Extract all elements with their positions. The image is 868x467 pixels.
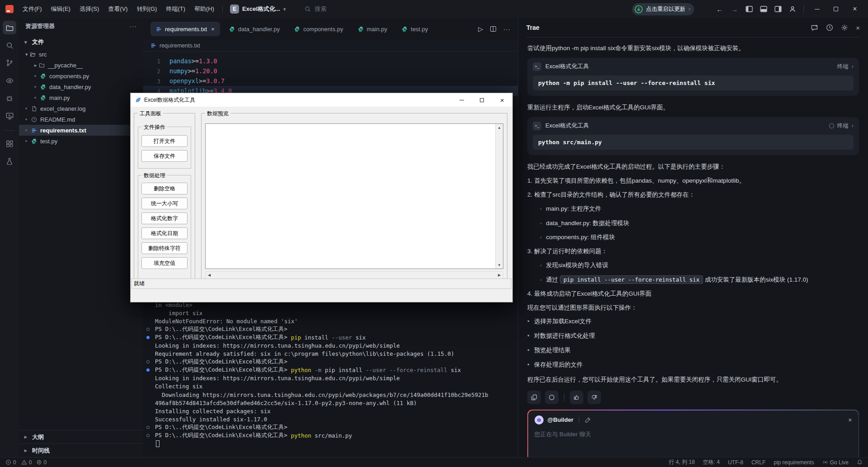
menu-item-4[interactable]: 转到(G): [132, 0, 162, 18]
editor-content[interactable]: 1pandas>=1.3.02numpy>=1.20.03openpyxl>=3…: [143, 52, 518, 96]
dialog-统一大小写-button[interactable]: 统一大小写: [141, 198, 188, 209]
menu-item-2[interactable]: 选择(S): [75, 0, 103, 18]
debug-icon[interactable]: [3, 91, 16, 105]
scroll-left-icon[interactable]: ◀: [206, 272, 213, 278]
menu-item-6[interactable]: 帮助(H): [190, 0, 219, 18]
files-section-header[interactable]: ▾ 文件: [19, 34, 143, 49]
explorer-more-actions-button[interactable]: ···: [129, 23, 137, 30]
restart-update-button[interactable]: 点击重启以更新 ›: [632, 3, 694, 15]
dialog-maximize-button[interactable]: [472, 93, 492, 107]
status-pip requirements[interactable]: pip requirements: [774, 459, 814, 466]
tab-close-icon[interactable]: ×: [211, 26, 215, 33]
scroll-right-icon[interactable]: ▶: [496, 272, 503, 278]
status-CRLF[interactable]: CRLF: [751, 459, 765, 466]
thumbs-down-button[interactable]: [587, 391, 601, 404]
terminal-monitor-icon[interactable]: [3, 109, 16, 123]
vertical-scrollbar[interactable]: ▲ ▼: [495, 124, 503, 269]
search-icon[interactable]: [3, 38, 16, 52]
copy-button[interactable]: [527, 391, 541, 404]
breadcrumb[interactable]: requirements.txt: [143, 40, 518, 52]
toggle-bottom-panel-button[interactable]: [760, 6, 767, 12]
lab-icon[interactable]: [3, 155, 16, 168]
status-error[interactable]: 0: [5, 459, 16, 466]
tree-item-src[interactable]: ▾src: [19, 49, 143, 60]
editor-more-actions-button[interactable]: ···: [503, 26, 511, 33]
source-control-icon[interactable]: [3, 56, 16, 70]
tree-item-main.py[interactable]: main.py: [19, 92, 143, 103]
thumbs-up-button[interactable]: [570, 391, 583, 404]
chat-input-box[interactable]: @Builder × 您正在与 Builder 聊天 @智能体#上下文图片 A\…: [527, 410, 859, 457]
back-button[interactable]: ←: [712, 5, 727, 13]
tree-item-README.md[interactable]: ?README.md: [19, 114, 143, 125]
svg-text:?: ?: [33, 118, 35, 121]
tab-data_handler.py[interactable]: data_handler.py: [224, 22, 286, 36]
review-icon[interactable]: [3, 74, 16, 87]
status-Go Live[interactable]: Go Live: [822, 459, 849, 466]
scroll-up-icon[interactable]: ▲: [496, 124, 503, 131]
inline-code: pip install --user --force-reinstall six: [560, 275, 703, 284]
status-行 4, 列 18[interactable]: 行 4, 列 18: [669, 458, 694, 466]
tab-test.py[interactable]: test.py: [396, 22, 433, 36]
tree-item-__pycache__[interactable]: ▸__pycache__: [19, 60, 143, 71]
explorer-icon[interactable]: [3, 21, 16, 34]
section-大纲[interactable]: ▸大纲: [19, 430, 143, 443]
modified-dot: [34, 97, 36, 99]
account-icon[interactable]: [789, 5, 796, 13]
run-file-button[interactable]: ▷: [478, 25, 483, 33]
extensions-icon[interactable]: [3, 137, 16, 151]
menu-item-5[interactable]: 终端(T): [161, 0, 190, 18]
data-preview-area[interactable]: ▲ ▼: [205, 123, 503, 269]
scroll-down-icon[interactable]: ▼: [496, 261, 503, 269]
section-时间线[interactable]: ▸时间线: [19, 443, 143, 457]
settings-gear-icon[interactable]: [841, 24, 848, 31]
toggle-left-sidebar-button[interactable]: [746, 6, 753, 12]
menu-item-1[interactable]: 编辑(E): [47, 0, 75, 18]
dialog-格式化数字-button[interactable]: 格式化数字: [141, 212, 188, 224]
dialog-格式化日期-button[interactable]: 格式化日期: [141, 227, 188, 239]
dialog-填充空值-button[interactable]: 填充空值: [141, 257, 188, 269]
terminal-panel[interactable]: in <module> import sixModuleNotFoundErro…: [143, 301, 518, 457]
global-search[interactable]: 搜索: [305, 5, 326, 13]
status-warning[interactable]: 0: [21, 459, 32, 466]
agent-name[interactable]: @Builder: [548, 416, 573, 423]
open-terminal-link[interactable]: 终端›: [829, 122, 854, 130]
tree-item-requirements.txt[interactable]: requirements.txt: [19, 125, 143, 136]
forward-button[interactable]: →: [727, 5, 742, 13]
dialog-删除特殊字符-button[interactable]: 删除特殊字符: [141, 242, 188, 254]
status-dot[interactable]: 0: [37, 459, 47, 466]
new-chat-icon[interactable]: [811, 24, 818, 32]
tab-requirements.txt[interactable]: requirements.txt×: [150, 22, 220, 36]
status-UTF-8[interactable]: UTF-8: [728, 459, 743, 466]
window-close-button[interactable]: ×: [845, 0, 864, 18]
close-panel-icon[interactable]: ×: [856, 24, 860, 32]
dialog-打开文件-button[interactable]: 打开文件: [141, 135, 188, 147]
split-editor-button[interactable]: [490, 26, 496, 32]
dialog-保存文件-button[interactable]: 保存文件: [141, 150, 188, 162]
tab-components.py[interactable]: components.py: [289, 22, 348, 36]
project-switcher[interactable]: E Excel格式化... ▾: [226, 5, 289, 14]
regenerate-button[interactable]: [545, 391, 558, 404]
toggle-right-sidebar-button[interactable]: [774, 6, 782, 12]
status-空格: 4[interactable]: 空格: 4: [703, 458, 720, 466]
tools-icon[interactable]: [585, 417, 591, 423]
dialog-close-button[interactable]: ×: [492, 93, 512, 107]
tree-item-test.py[interactable]: test.py: [19, 136, 143, 146]
update-label: 点击重启以更新: [646, 5, 686, 13]
status-bell[interactable]: [857, 459, 863, 465]
close-chat-icon[interactable]: ×: [848, 416, 852, 424]
horizontal-scrollbar[interactable]: ◀ ▶: [205, 271, 503, 279]
history-icon[interactable]: [826, 24, 833, 31]
dialog-minimize-button[interactable]: [451, 93, 472, 107]
terminal-text: Looking in indexes: https://mirrors.tuna…: [155, 375, 400, 382]
menu-item-0[interactable]: 文件(F): [18, 0, 47, 18]
tree-item-data_handler.py[interactable]: data_handler.py: [19, 81, 143, 92]
tree-item-components.py[interactable]: components.py: [19, 71, 143, 81]
window-minimize-button[interactable]: [807, 0, 826, 18]
window-restore-button[interactable]: [826, 0, 845, 18]
tree-item-excel_cleaner.log[interactable]: excel_cleaner.log: [19, 103, 143, 114]
open-terminal-link[interactable]: 终端›: [837, 63, 854, 71]
menu-item-3[interactable]: 查看(V): [103, 0, 132, 18]
tab-main.py[interactable]: main.py: [352, 22, 393, 36]
terminal-line-17: PS D:\..代码提交\CodeLink\Excel格式化工具> python…: [143, 432, 518, 440]
dialog-删除空格-button[interactable]: 删除空格: [141, 183, 188, 194]
